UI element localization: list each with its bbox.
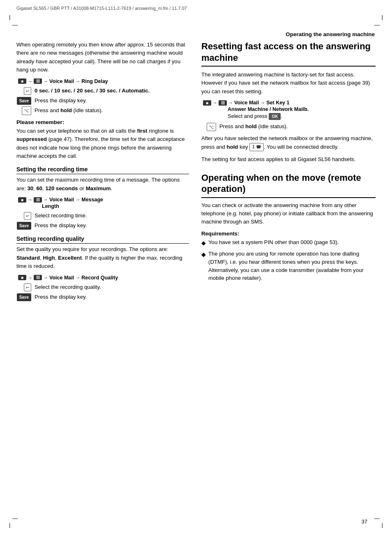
menu-path-ring-delay: ■ → ☒ → Voice Mail → Ring Delay [16,78,189,84]
menu-path-set-key1: ■ → ☒ → Voice Mail → Set Key 1 Answer Ma… [201,100,376,120]
save-quality-row: Save Press the display key. [16,293,189,301]
menu-path-record-quality: ■ → ☒ → Voice Mail → Record Quality [16,275,189,281]
save-recording-time-row: Save Press the display key. [16,221,189,230]
requirement-1-text: You have set a system PIN other than 000… [208,238,339,247]
main-content: When operating remotely you then know af… [0,41,392,303]
select-icon: ↩ [24,87,31,95]
key-1-button: 1 ☎ [249,143,263,151]
please-remember-section: Please remember: You can set your teleph… [16,119,189,161]
resetting-paragraph3: The setting for fast access applies to a… [201,155,376,164]
select-quality-row: ↩ Select the recording quality. [16,283,189,291]
select-recording-time-row: ↩ Select recording time. [16,212,189,220]
right-column: Resetting fast access on the answering m… [201,41,376,303]
recording-time-paragraph: You can set the maximum recording time o… [16,176,189,193]
requirement-1: ◆ You have set a system PIN other than 0… [201,238,376,247]
idle-button-icon: ⌥ [22,106,31,115]
remote-operation-section: Operating when on the move (remote opera… [201,172,376,283]
recording-quality-paragraph: Set the quality you require for your rec… [16,245,189,270]
menu-button-icon: ■ [18,78,26,84]
ok-button-icon: OK [269,113,281,120]
requirements-heading: Requirements: [201,230,376,237]
remote-operation-paragraph1: You can check or activate the answering … [201,201,376,226]
bullet-diamond-1: ◆ [201,239,206,247]
nav-button-icon-3: ☒ [34,275,42,280]
requirement-2-text: The phone you are using for remote opera… [208,250,376,282]
section-label: Operating the answering machine [0,31,392,37]
resetting-paragraph2: After you have selected the network mail… [201,134,376,151]
please-remember-heading: Please remember: [16,119,189,125]
menu-button-icon-2: ■ [18,197,26,203]
select-icon-3: ↩ [24,283,31,291]
bottom-dashes: — — [0,515,392,521]
resetting-paragraph1: The integrated answering machine is fact… [201,71,376,96]
bullet-diamond-2: ◆ [201,250,206,259]
save-display-key-row: Save Press the display key. [16,97,189,105]
idle-button-icon-right: ⌥ [207,123,216,131]
header-file-path: Gigaset SL565 / GBR PTT / A31008-M1715-L… [16,6,187,11]
select-icon-2: ↩ [24,212,31,220]
save-button-icon: Save [17,97,31,105]
bottom-marks: | | [0,522,392,528]
intro-paragraph: When operating remotely you then know af… [16,41,189,74]
nav-button-icon-4: ☒ [219,100,227,106]
save-button-icon-2: Save [17,222,31,230]
recording-quality-heading: Setting recording quality [16,235,189,244]
idle-status-row-right: ⌥ Press and hold (idle status). [201,122,376,131]
top-marks: | | [0,14,392,22]
menu-button-icon-4: ■ [203,100,211,106]
idle-status-row: ⌥ Press and hold (idle status). [16,106,189,115]
select-delay-row: ↩ 0 sec. / 10 sec. / 20 sec. / 30 sec. /… [16,87,189,95]
recording-quality-section: Setting recording quality Set the qualit… [16,235,189,301]
left-column: When operating remotely you then know af… [16,41,189,303]
menu-path-message-length: ■ → ☒ → Voice Mail → Message Length [16,197,189,209]
requirement-2: ◆ The phone you are using for remote ope… [201,250,376,282]
nav-button-icon-2: ☒ [34,197,42,203]
menu-button-icon-3: ■ [18,275,26,280]
recording-time-heading: Setting the recording time [16,166,189,174]
nav-button-icon: ☒ [34,78,42,84]
recording-time-section: Setting the recording time You can set t… [16,166,189,230]
remote-operation-heading: Operating when on the move (remote opera… [201,172,376,198]
save-button-icon-3: Save [17,293,31,301]
resetting-heading: Resetting fast access on the answering m… [201,41,376,67]
top-dashes: — — [0,22,392,31]
resetting-section: Resetting fast access on the answering m… [201,41,376,164]
please-remember-text: You can set your telephone so that on al… [16,127,189,161]
page-header: Gigaset SL565 / GBR PTT / A31008-M1715-L… [0,0,392,14]
